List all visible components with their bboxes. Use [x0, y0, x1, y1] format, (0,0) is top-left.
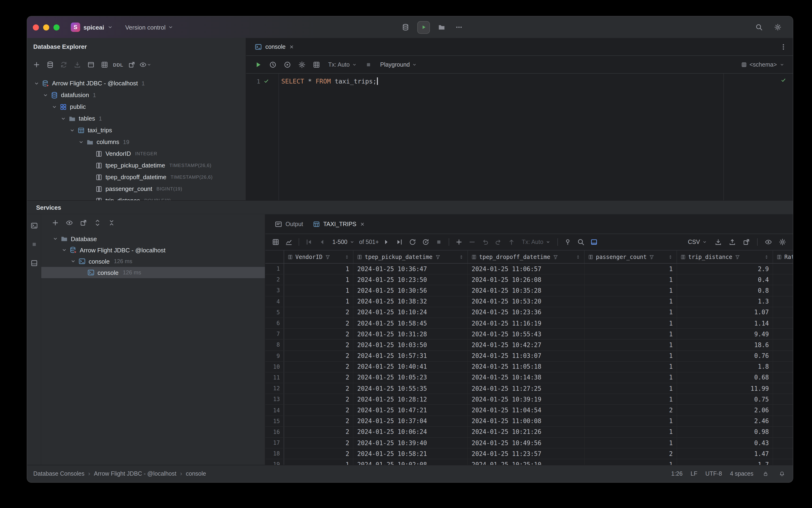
zoom-window-button[interactable]: [53, 24, 59, 30]
minimize-window-button[interactable]: [43, 24, 49, 30]
grid-cell[interactable]: 2024-01-25 11:27:25: [468, 383, 585, 393]
indent-widget[interactable]: 4 spaces: [730, 470, 753, 477]
expand-all-button[interactable]: [92, 217, 103, 228]
grid-cell[interactable]: 1.07: [677, 307, 773, 318]
chevron-down-icon[interactable]: [69, 126, 76, 134]
grid-cell[interactable]: 1: [585, 274, 677, 285]
row-number[interactable]: 8: [265, 340, 284, 350]
jump-to-ddl-button[interactable]: [126, 59, 137, 70]
grid-cell[interactable]: [773, 362, 793, 372]
grid-cell[interactable]: 9.49: [677, 329, 773, 339]
breadcrumb-item-database-consoles[interactable]: Database Consoles: [33, 470, 84, 477]
grid-cell[interactable]: 2: [284, 307, 354, 318]
query-panel-button[interactable]: [588, 237, 600, 248]
undo-button[interactable]: [480, 237, 491, 248]
stop-query-button[interactable]: [433, 237, 444, 248]
run-widget-button[interactable]: [417, 21, 430, 34]
grid-cell[interactable]: 1: [284, 460, 354, 465]
grid-cell[interactable]: 2: [284, 329, 354, 339]
grid-cell[interactable]: 2024-01-25 10:38:32: [354, 296, 468, 306]
playground-dropdown[interactable]: Playground: [377, 59, 420, 70]
column-header-tpep-pickup-datetime[interactable]: tpep_pickup_datetime: [354, 251, 468, 263]
delete-row-button[interactable]: [466, 237, 478, 248]
row-number[interactable]: 15: [265, 416, 284, 426]
chevron-down-icon[interactable]: [60, 246, 68, 254]
schema-selector[interactable]: <schema>: [741, 61, 786, 68]
grid-cell[interactable]: 2024-01-25 10:02:08: [354, 460, 468, 465]
grid-cell[interactable]: 1: [585, 307, 677, 318]
grid-cell[interactable]: 0.68: [677, 373, 773, 383]
grid-cell[interactable]: [773, 329, 793, 339]
grid-cell[interactable]: 1: [585, 373, 677, 383]
layout-stripe-button[interactable]: [28, 257, 40, 269]
caret-position-widget[interactable]: 1:26: [671, 470, 683, 477]
grid-cell[interactable]: 1: [284, 264, 354, 274]
execute-button[interactable]: [253, 59, 264, 70]
write-access-button[interactable]: [761, 470, 770, 478]
column-header-vendorid[interactable]: VendorID: [284, 251, 354, 263]
grid-cell[interactable]: 2024-01-25 10:58:21: [354, 449, 468, 459]
grid-cell[interactable]: 1: [585, 427, 677, 437]
grid-cell[interactable]: [773, 427, 793, 437]
close-window-button[interactable]: [33, 24, 39, 30]
grid-cell[interactable]: 0.75: [677, 394, 773, 405]
grid-cell[interactable]: 2.9: [677, 264, 773, 274]
grid-cell[interactable]: 1: [585, 318, 677, 328]
grid-cell[interactable]: 2024-01-25 10:55:35: [354, 383, 468, 393]
grid-cell[interactable]: 2024-01-25 10:26:08: [468, 274, 585, 285]
filter-icon[interactable]: [325, 254, 330, 260]
grid-cell[interactable]: [773, 438, 793, 448]
grid-cell[interactable]: 2024-01-25 10:25:10: [468, 460, 585, 465]
grid-cell[interactable]: 2024-01-25 10:35:28: [468, 286, 585, 296]
grid-cell[interactable]: 0.8: [677, 286, 773, 296]
grid-cell[interactable]: 1: [585, 383, 677, 393]
auto-refresh-button[interactable]: [420, 237, 431, 248]
grid-cell[interactable]: [773, 416, 793, 426]
search-everywhere-button[interactable]: [753, 22, 765, 33]
grid-cell[interactable]: [773, 373, 793, 383]
grid-cell[interactable]: 2.46: [677, 416, 773, 426]
column-header-tpep-dropoff-datetime[interactable]: tpep_dropoff_datetime: [468, 251, 585, 263]
grid-cell[interactable]: [773, 296, 793, 306]
grid-cell[interactable]: 1: [585, 286, 677, 296]
pin-tab-button[interactable]: [562, 237, 573, 248]
grid-cell[interactable]: 2: [284, 383, 354, 393]
sql-statement[interactable]: SELECT * FROM taxi_trips;: [279, 76, 793, 87]
new-item-button[interactable]: [31, 59, 42, 70]
row-number[interactable]: 13: [265, 394, 284, 405]
tab-taxi-trips[interactable]: TAXI_TRIPS: [308, 214, 370, 234]
grid-cell[interactable]: [773, 394, 793, 405]
chevron-down-icon[interactable]: [59, 115, 67, 122]
code-area[interactable]: SELECT * FROM taxi_trips;: [279, 74, 793, 200]
tree-item-public[interactable]: public: [27, 101, 246, 113]
grid-cell[interactable]: 2024-01-25 10:21:26: [468, 427, 585, 437]
page-range-dropdown[interactable]: 1-500: [329, 237, 357, 248]
row-number[interactable]: 5: [265, 307, 284, 318]
tree-item-vendorid[interactable]: VendorIDINTEGER: [27, 148, 246, 160]
open-in-editor-button[interactable]: [741, 237, 752, 248]
sort-icon[interactable]: [575, 254, 581, 260]
grid-cell[interactable]: 2024-01-25 10:39:40: [354, 438, 468, 448]
grid-cell[interactable]: 1: [585, 329, 677, 339]
row-number[interactable]: 17: [265, 438, 284, 448]
run-script-button[interactable]: [282, 59, 293, 70]
sort-icon[interactable]: [764, 254, 769, 260]
grid-cell[interactable]: 1: [585, 362, 677, 372]
view-options-button[interactable]: [140, 59, 151, 70]
editor-options-button[interactable]: [778, 41, 789, 52]
grid-corner-cell[interactable]: [265, 251, 284, 263]
grid-cell[interactable]: 2024-01-25 11:23:57: [468, 449, 585, 459]
grid-cell[interactable]: [773, 340, 793, 350]
grid-cell[interactable]: 2: [284, 438, 354, 448]
grid-cell[interactable]: 1: [284, 274, 354, 285]
grid-cell[interactable]: 1: [585, 438, 677, 448]
submit-button[interactable]: [506, 237, 517, 248]
grid-cell[interactable]: 2024-01-25 10:49:56: [468, 438, 585, 448]
import-data-button[interactable]: [727, 237, 738, 248]
chevron-down-icon[interactable]: [52, 235, 59, 243]
find-button[interactable]: [575, 237, 586, 248]
grid-cell[interactable]: 0.4: [677, 274, 773, 285]
tree-item-datafusion[interactable]: datafusion1: [27, 89, 246, 101]
chevron-down-icon[interactable]: [42, 91, 49, 99]
breadcrumb-item-arrow-flight-jdbc-localhost[interactable]: Arrow Flight JDBC - @localhost: [94, 470, 177, 477]
